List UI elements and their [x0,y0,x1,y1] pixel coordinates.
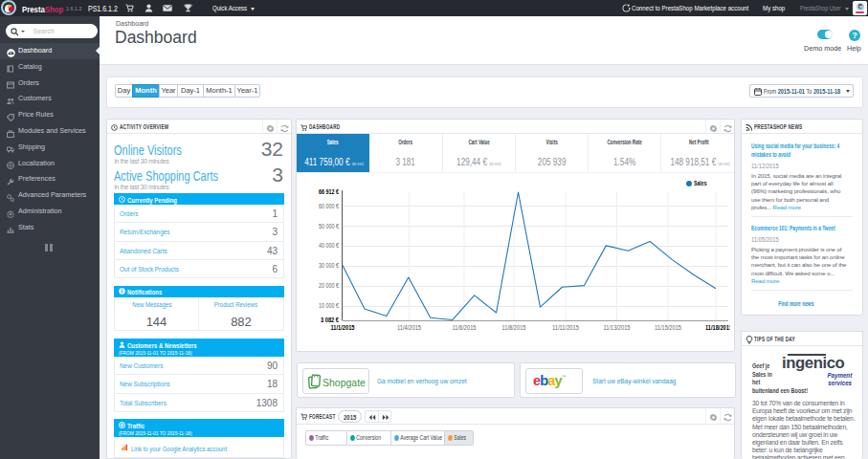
svg-text:40 000 €: 40 000 € [319,242,339,249]
svg-text:66 912 €: 66 912 € [319,188,339,195]
svg-text:11/13/2015: 11/13/2015 [604,324,631,331]
svg-text:11/18/2015: 11/18/2015 [705,324,732,331]
svg-text:20 000 €: 20 000 € [319,282,339,289]
svg-text:11/11/2015: 11/11/2015 [552,324,579,331]
svg-text:11/15/2015: 11/15/2015 [655,324,681,331]
svg-text:11/6/2015: 11/6/2015 [453,324,477,331]
svg-text:11/8/2015: 11/8/2015 [502,324,526,331]
svg-text:3 082 €: 3 082 € [321,317,339,323]
svg-text:60 000 €: 60 000 € [319,203,339,209]
svg-text:11/1/2015: 11/1/2015 [331,324,355,331]
svg-text:50 000 €: 50 000 € [319,223,339,230]
svg-text:11/4/2015: 11/4/2015 [397,324,421,331]
svg-text:10 000 €: 10 000 € [319,302,339,309]
svg-text:30 000 €: 30 000 € [319,262,339,269]
